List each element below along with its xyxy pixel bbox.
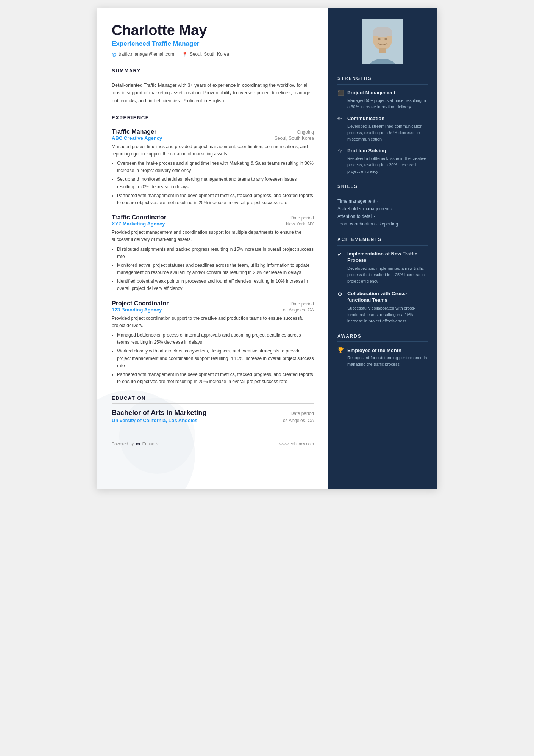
strength-name-2: Communication: [347, 116, 384, 121]
edu-school: University of California, Los Angeles: [112, 418, 197, 423]
skill-item-1: Time management ·: [337, 197, 428, 205]
strength-header-2: ✏ Communication: [337, 116, 428, 122]
exp-date-2: Date period: [290, 215, 314, 221]
strengths-divider: [337, 84, 428, 85]
exp-item-2: Traffic Coordinator Date period XYZ Mark…: [112, 214, 314, 293]
bullet-1-2: Set up and monitored schedules, alerting…: [117, 176, 314, 190]
enhancv-logo-icon: ∞: [136, 440, 140, 447]
right-content: STRENGTHS ⬛ Project Management Managed 5…: [328, 72, 437, 489]
exp-location-3: Los Angeles, CA: [280, 307, 314, 313]
achievement-name-1: Implementation of New Traffic Process: [347, 251, 428, 264]
location-icon: 📍: [182, 52, 188, 57]
photo-frame: [362, 19, 403, 64]
exp-header-1: Traffic Manager Ongoing: [112, 128, 314, 135]
project-management-icon: ⬛: [337, 90, 344, 96]
exp-sub-1: ABC Creative Agency Seoul, South Korea: [112, 135, 314, 141]
awards-section: AWARDS 🏆 Employee of the Month Recognize…: [337, 333, 428, 368]
education-title: EDUCATION: [112, 395, 314, 401]
footer: Powered by ∞ Enhancv www.enhancv.com: [112, 435, 314, 447]
photo-placeholder: [362, 19, 403, 64]
strength-item-1: ⬛ Project Management Managed 50+ project…: [337, 90, 428, 110]
strength-desc-1: Managed 50+ projects at once, resulting …: [337, 97, 428, 110]
skills-title: SKILLS: [337, 184, 428, 189]
photo-area: [328, 8, 437, 72]
exp-sub-2: XYZ Marketing Agency New York, NY: [112, 221, 314, 227]
achievement-name-2: Collaboration with Cross-functional Team…: [347, 291, 428, 304]
summary-section: SUMMARY Detail-oriented Traffic Manager …: [112, 68, 314, 105]
exp-bullets-3: Managed bottlenecks, process of internal…: [112, 332, 314, 385]
svg-point-7: [378, 38, 381, 40]
strength-item-2: ✏ Communication Developed a streamlined …: [337, 116, 428, 142]
achievement-item-1: ✔ Implementation of New Traffic Process …: [337, 251, 428, 285]
experience-section: EXPERIENCE Traffic Manager Ongoing ABC C…: [112, 115, 314, 386]
candidate-title: Experienced Traffic Manager: [112, 40, 314, 48]
skill-item-2: Stakeholder management ·: [337, 205, 428, 213]
award-desc-1: Recognized for outstanding performance i…: [337, 355, 428, 368]
checkmark-icon: ✔: [337, 251, 344, 257]
bullet-1-3: Partnered with management in the develop…: [117, 192, 314, 207]
bullet-2-2: Monitored active, project statuses and d…: [117, 262, 314, 276]
summary-text: Detail-oriented Traffic Manager with 3+ …: [112, 81, 314, 105]
exp-role-3: Project Coordinator: [112, 300, 169, 307]
edu-degree: Bachelor of Arts in Marketing: [112, 409, 206, 417]
achievement-header-1: ✔ Implementation of New Traffic Process: [337, 251, 428, 264]
exp-bullets-1: Overseen the intake process and aligned …: [112, 160, 314, 207]
award-item-1: 🏆 Employee of the Month Recognized for o…: [337, 347, 428, 368]
awards-divider: [337, 341, 428, 342]
footer-website: www.enhancv.com: [279, 441, 314, 446]
footer-brand: Powered by ∞ Enhancv: [112, 440, 159, 447]
svg-rect-4: [373, 32, 392, 36]
achievements-title: ACHIEVEMENTS: [337, 237, 428, 242]
achievements-divider: [337, 245, 428, 246]
strength-name-1: Project Management: [347, 90, 395, 95]
problem-solving-icon: ☆: [337, 148, 344, 154]
exp-role-1: Traffic Manager: [112, 128, 156, 135]
exp-date-3: Date period: [290, 301, 314, 307]
achievement-header-2: ⚙ Collaboration with Cross-functional Te…: [337, 291, 428, 304]
exp-company-3: 123 Branding Agency: [112, 307, 162, 313]
strength-item-3: ☆ Problem Solving Resolved a bottleneck …: [337, 148, 428, 175]
strengths-section: STRENGTHS ⬛ Project Management Managed 5…: [337, 76, 428, 175]
exp-company-1: ABC Creative Agency: [112, 135, 162, 141]
location-contact: 📍 Seoul, South Korea: [182, 52, 229, 57]
achievement-desc-1: Developed and implemented a new traffic …: [337, 265, 428, 285]
edu-header: Bachelor of Arts in Marketing Date perio…: [112, 409, 314, 417]
skill-item-3: Attention to detail ·: [337, 213, 428, 220]
collaboration-icon: ⚙: [337, 291, 344, 297]
exp-desc-2: Provided project management and coordina…: [112, 229, 314, 243]
experience-title: EXPERIENCE: [112, 115, 314, 121]
exp-header-3: Project Coordinator Date period: [112, 300, 314, 307]
trophy-icon: 🏆: [337, 347, 344, 353]
exp-item-3: Project Coordinator Date period 123 Bran…: [112, 300, 314, 386]
brand-name: Enhancv: [142, 441, 159, 446]
left-panel: Charlotte May Experienced Traffic Manage…: [97, 8, 328, 489]
communication-icon: ✏: [337, 116, 344, 122]
strength-desc-2: Developed a streamlined communication pr…: [337, 123, 428, 142]
exp-bullets-2: Distributed assignments and tracked prog…: [112, 246, 314, 293]
awards-title: AWARDS: [337, 333, 428, 339]
contact-row: @ traffic.manager@email.com 📍 Seoul, Sou…: [112, 52, 314, 57]
education-section: EDUCATION Bachelor of Arts in Marketing …: [112, 395, 314, 423]
skills-section: SKILLS Time management · Stakeholder man…: [337, 184, 428, 228]
edu-sub: University of California, Los Angeles Lo…: [112, 417, 314, 423]
right-panel: STRENGTHS ⬛ Project Management Managed 5…: [328, 8, 437, 489]
svg-rect-6: [379, 48, 386, 53]
strength-header-3: ☆ Problem Solving: [337, 148, 428, 154]
skills-divider: [337, 192, 428, 193]
achievement-item-2: ⚙ Collaboration with Cross-functional Te…: [337, 291, 428, 324]
achievement-desc-2: Successfully collaborated with cross-fun…: [337, 305, 428, 324]
exp-location-1: Seoul, South Korea: [275, 136, 314, 141]
resume-container: Charlotte May Experienced Traffic Manage…: [97, 8, 437, 489]
strength-header-1: ⬛ Project Management: [337, 90, 428, 96]
bullet-2-3: Identified potential weak points in proc…: [117, 278, 314, 292]
exp-sub-3: 123 Branding Agency Los Angeles, CA: [112, 307, 314, 313]
exp-location-2: New York, NY: [286, 221, 314, 227]
location-text: Seoul, South Korea: [190, 52, 229, 57]
edu-location: Los Angeles, CA: [280, 418, 314, 423]
education-divider: [112, 403, 314, 404]
achievements-section: ACHIEVEMENTS ✔ Implementation of New Tra…: [337, 237, 428, 324]
bullet-1-1: Overseen the intake process and aligned …: [117, 160, 314, 174]
svg-point-8: [384, 38, 387, 40]
strengths-title: STRENGTHS: [337, 76, 428, 81]
skill-item-4: Team coordination · Reporting: [337, 220, 428, 228]
